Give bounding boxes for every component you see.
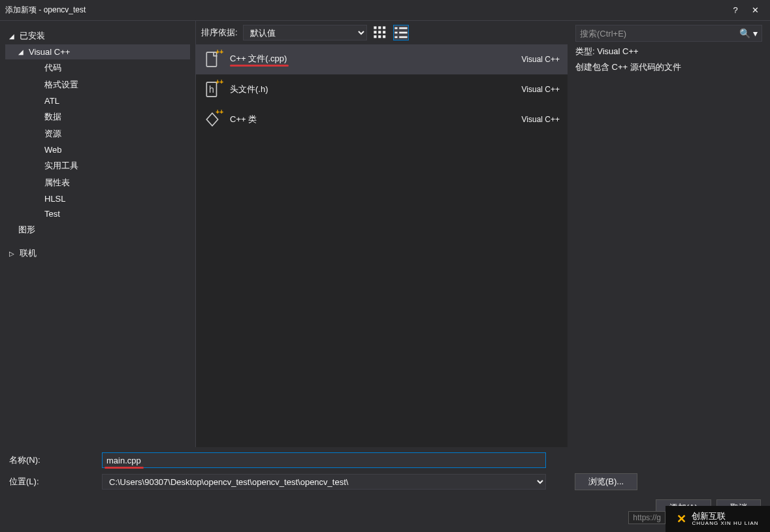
svg-rect-6 <box>374 35 376 38</box>
center-column: 排序依据: 默认值 ++ C++ 文件(.cpp) Visual C++ <box>196 21 568 447</box>
svg-rect-8 <box>383 35 385 38</box>
svg-rect-2 <box>383 26 385 29</box>
template-lang: Visual C++ <box>522 115 560 124</box>
tree-item-hlsl[interactable]: HLSL <box>5 191 190 206</box>
template-lang: Visual C++ <box>522 85 560 94</box>
grid-view-button[interactable] <box>372 25 388 40</box>
location-label: 位置(L): <box>9 476 94 488</box>
tree-item-data[interactable]: 数据 <box>5 108 190 125</box>
watermark-url: https://g <box>628 511 666 524</box>
annotation-underline <box>104 467 144 469</box>
svg-rect-13 <box>394 37 397 39</box>
svg-rect-3 <box>374 31 376 33</box>
sort-label: 排序依据: <box>201 27 238 39</box>
tree-visual-cpp[interactable]: ◢Visual C++ <box>5 44 190 59</box>
main-area: ◢已安装 ◢Visual C++ 代码 格式设置 ATL 数据 资源 Web 实… <box>0 21 770 447</box>
search-icon[interactable]: 🔍 ▾ <box>739 28 758 39</box>
sort-dropdown[interactable]: 默认值 <box>243 25 367 40</box>
template-header-file[interactable]: h ++ 头文件(.h) Visual C++ <box>196 74 568 104</box>
cpp-class-icon: ++ <box>204 111 221 128</box>
name-input[interactable] <box>102 452 546 468</box>
tree-item-propsheet[interactable]: 属性表 <box>5 174 190 191</box>
template-lang: Visual C++ <box>522 55 560 64</box>
name-row: 名称(N): <box>9 452 761 468</box>
help-button[interactable]: ? <box>726 5 745 15</box>
template-name: 头文件(.h) <box>230 84 513 95</box>
tree-graphics[interactable]: 图形 <box>5 221 190 238</box>
svg-rect-5 <box>383 31 385 33</box>
list-view-button[interactable] <box>393 25 409 40</box>
logo-text: 创新互联 <box>692 512 758 520</box>
template-name: C++ 类 <box>230 114 513 125</box>
watermark-logo: ✕ 创新互联 CHUANG XIN HU LIAN <box>666 506 770 532</box>
chevron-down-icon: ◢ <box>9 33 17 40</box>
chevron-down-icon: ◢ <box>18 48 26 55</box>
search-input[interactable] <box>580 29 739 39</box>
sidebar: ◢已安装 ◢Visual C++ 代码 格式设置 ATL 数据 资源 Web 实… <box>0 21 196 447</box>
location-input[interactable]: C:\Users\90307\Desktop\opencv_test\openc… <box>102 474 546 490</box>
template-cpp-file[interactable]: ++ C++ 文件(.cpp) Visual C++ <box>196 44 568 74</box>
name-label: 名称(N): <box>9 454 94 466</box>
template-name: C++ 文件(.cpp) <box>230 53 513 65</box>
chevron-right-icon: ▷ <box>9 250 17 257</box>
list-icon <box>394 25 408 40</box>
cpp-file-icon: ++ <box>204 51 221 68</box>
toolbar: 排序依据: 默认值 <box>196 21 568 44</box>
annotation-underline <box>230 65 289 67</box>
svg-rect-12 <box>399 32 407 34</box>
right-pane: 🔍 ▾ 类型: Visual C++ 创建包含 C++ 源代码的文件 <box>568 21 770 447</box>
grid-icon <box>373 25 387 40</box>
svg-rect-11 <box>394 32 397 34</box>
logo-subtext: CHUANG XIN HU LIAN <box>692 520 758 526</box>
svg-rect-9 <box>394 27 397 29</box>
tree-item-code[interactable]: 代码 <box>5 59 190 76</box>
svg-rect-0 <box>374 26 376 29</box>
template-list: ++ C++ 文件(.cpp) Visual C++ h ++ 头文件(.h) … <box>196 44 568 447</box>
tree-item-test[interactable]: Test <box>5 206 190 221</box>
tree-item-resource[interactable]: 资源 <box>5 125 190 142</box>
svg-rect-14 <box>399 37 407 39</box>
type-info: 类型: Visual C++ <box>575 46 762 57</box>
description: 创建包含 C++ 源代码的文件 <box>575 61 762 73</box>
close-button[interactable]: ✕ <box>745 5 765 15</box>
svg-rect-7 <box>378 35 381 38</box>
svg-rect-10 <box>399 27 407 29</box>
svg-rect-1 <box>378 26 381 29</box>
browse-button[interactable]: 浏览(B)... <box>575 473 637 490</box>
search-box[interactable]: 🔍 ▾ <box>575 25 762 42</box>
svg-rect-15 <box>206 52 216 67</box>
tree-installed[interactable]: ◢已安装 <box>5 27 190 44</box>
tree-item-web[interactable]: Web <box>5 142 190 157</box>
tree-item-atl[interactable]: ATL <box>5 93 190 108</box>
template-cpp-class[interactable]: ++ C++ 类 Visual C++ <box>196 104 568 134</box>
svg-text:h: h <box>209 84 214 95</box>
tree-online[interactable]: ▷联机 <box>5 245 190 262</box>
window-title: 添加新项 - opencv_test <box>5 5 726 16</box>
tree-item-util[interactable]: 实用工具 <box>5 157 190 174</box>
tree-item-format[interactable]: 格式设置 <box>5 76 190 93</box>
logo-icon: ✕ <box>677 512 686 526</box>
svg-rect-4 <box>378 31 381 33</box>
header-file-icon: h ++ <box>204 81 221 98</box>
location-row: 位置(L): C:\Users\90307\Desktop\opencv_tes… <box>9 473 761 490</box>
title-bar: 添加新项 - opencv_test ? ✕ <box>0 0 770 21</box>
